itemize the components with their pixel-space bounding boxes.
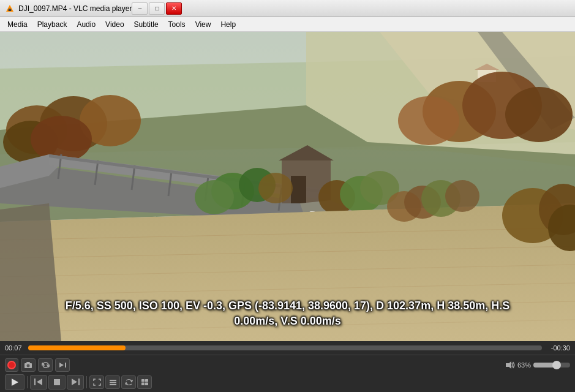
svg-point-60 — [27, 364, 30, 368]
controls-row2 — [5, 374, 570, 390]
snapshot-button[interactable] — [21, 358, 36, 372]
play-icon — [10, 378, 19, 386]
menu-audio[interactable]: Audio — [72, 19, 100, 30]
menu-media[interactable]: Media — [2, 19, 32, 30]
frame-step-button[interactable] — [55, 358, 70, 372]
menu-video[interactable]: Video — [100, 19, 129, 30]
svg-rect-34 — [291, 176, 306, 203]
svg-point-39 — [258, 173, 293, 203]
prev-chapter-button[interactable] — [30, 375, 47, 390]
svg-rect-73 — [110, 384, 116, 385]
menu-tools[interactable]: Tools — [163, 19, 190, 30]
svg-rect-75 — [145, 379, 148, 382]
menu-help[interactable]: Help — [216, 19, 241, 30]
controls-area: 63% — [0, 355, 575, 392]
maximize-button[interactable]: □ — [149, 2, 165, 15]
volume-area: 63% — [505, 361, 570, 369]
svg-rect-71 — [110, 380, 116, 381]
progress-area: 00:07 -00:30 — [0, 341, 575, 355]
loop-button[interactable] — [38, 358, 53, 372]
svg-rect-63 — [65, 363, 66, 368]
svg-rect-69 — [78, 379, 80, 385]
svg-rect-77 — [145, 382, 148, 385]
volume-label: 63% — [517, 361, 531, 369]
vlc-icon — [5, 4, 15, 13]
svg-rect-72 — [110, 382, 116, 383]
svg-marker-70 — [72, 379, 77, 385]
menu-view[interactable]: View — [190, 19, 216, 30]
play-button[interactable] — [5, 374, 24, 390]
close-button[interactable]: ✕ — [166, 2, 182, 15]
progress-bar[interactable] — [28, 345, 542, 350]
playlist-button[interactable] — [137, 375, 152, 389]
svg-rect-61 — [26, 362, 30, 363]
menubar: Media Playback Audio Video Subtitle Tool… — [0, 17, 575, 32]
stop-icon — [53, 379, 61, 386]
svg-rect-74 — [141, 379, 145, 382]
svg-rect-68 — [54, 379, 60, 385]
progress-fill — [28, 345, 126, 350]
record-dot — [7, 361, 16, 369]
sync-button[interactable] — [121, 375, 136, 389]
svg-rect-76 — [141, 382, 145, 385]
svg-point-58 — [445, 180, 479, 212]
svg-point-38 — [195, 180, 234, 214]
next-chapter-button[interactable] — [67, 375, 84, 390]
titlebar: DJI_0097.MP4 - VLC media player – □ ✕ — [0, 0, 575, 17]
volume-slider[interactable] — [533, 363, 570, 368]
svg-point-20 — [398, 96, 459, 145]
record-button[interactable] — [5, 358, 18, 372]
window-title: DJI_0097.MP4 - VLC media player — [18, 4, 132, 13]
playlist-icon — [141, 379, 149, 386]
time-remaining: -00:30 — [547, 344, 570, 352]
fullscreen-button[interactable] — [89, 375, 104, 389]
svg-point-19 — [505, 87, 573, 142]
camera-icon — [24, 361, 32, 369]
sync-icon — [125, 379, 133, 386]
video-frame — [0, 32, 575, 341]
extended-panel-button[interactable] — [105, 375, 120, 389]
menu-subtitle[interactable]: Subtitle — [129, 19, 163, 30]
next-chapter-icon — [71, 378, 80, 386]
separator2 — [86, 376, 87, 388]
stop-button[interactable] — [48, 375, 66, 390]
svg-marker-64 — [506, 361, 511, 369]
svg-marker-65 — [12, 379, 18, 386]
menu-playback[interactable]: Playback — [32, 19, 72, 30]
loop-icon — [42, 361, 50, 369]
svg-marker-62 — [59, 363, 64, 368]
fullscreen-icon — [93, 379, 101, 386]
subtitle-text: F/5.6, SS 500, ISO 100, EV -0.3, GPS (-8… — [43, 298, 532, 329]
time-elapsed: 00:07 — [5, 344, 23, 352]
prev-chapter-icon — [34, 378, 43, 386]
controls-row1: 63% — [5, 358, 570, 373]
svg-rect-2 — [9, 9, 11, 10]
video-area[interactable]: F/5.6, SS 500, ISO 100, EV -0.3, GPS (-8… — [0, 32, 575, 341]
volume-icon — [505, 361, 515, 369]
window-controls: – □ ✕ — [132, 2, 182, 15]
frame-step-icon — [59, 361, 67, 369]
extended-icon — [109, 379, 117, 386]
volume-knob — [552, 361, 561, 369]
svg-rect-66 — [34, 379, 36, 385]
separator1 — [27, 376, 28, 388]
minimize-button[interactable]: – — [132, 2, 148, 15]
svg-marker-67 — [37, 379, 42, 385]
